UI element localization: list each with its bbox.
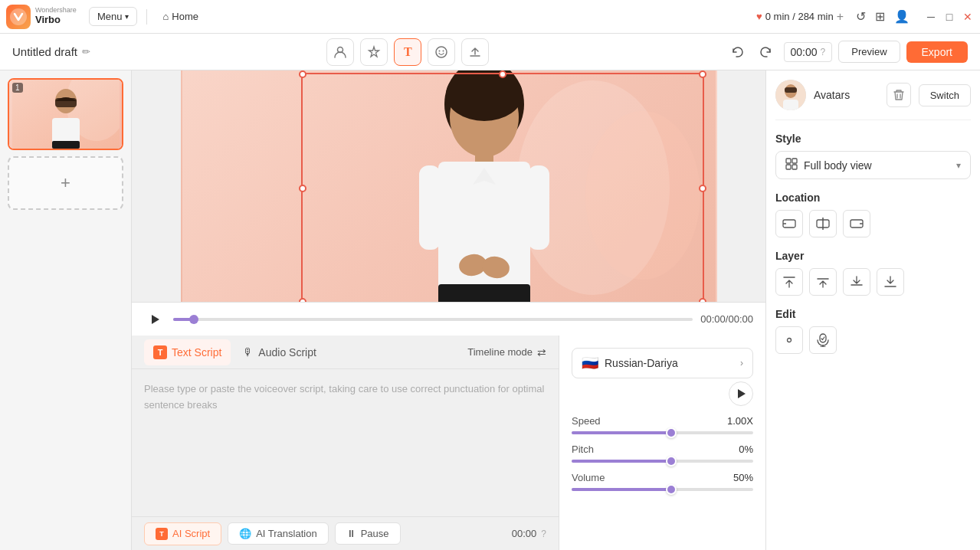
layer-to-bottom-button[interactable]: [877, 268, 904, 296]
style-dropdown[interactable]: Full body view ▾: [775, 151, 971, 179]
delete-avatar-button[interactable]: [887, 83, 911, 107]
tab-text-script[interactable]: T Text Script: [144, 339, 231, 365]
pitch-fill: [572, 460, 671, 463]
menu-label: Menu: [97, 11, 123, 22]
ai-script-button[interactable]: T AI Script: [144, 522, 221, 545]
pitch-slider[interactable]: [572, 460, 753, 463]
timeline-track[interactable]: [173, 318, 693, 321]
menu-chevron-icon: ▾: [125, 12, 129, 21]
ai-translation-label: AI Translation: [256, 528, 317, 539]
volume-control: Volume 50%: [572, 472, 753, 491]
canvas[interactable]: [181, 70, 717, 302]
maximize-button[interactable]: □: [943, 11, 955, 23]
pitch-control: Pitch 0%: [572, 444, 753, 463]
timeline-mode-toggle[interactable]: Timeline mode ⇄: [467, 346, 546, 358]
slide-number-1: 1: [12, 83, 23, 93]
svg-point-41: [788, 339, 792, 342]
svg-rect-27: [786, 159, 791, 163]
svg-rect-29: [786, 165, 791, 169]
text-tool-btn[interactable]: T: [394, 38, 421, 66]
speed-control: Speed 1.00X: [572, 415, 753, 434]
volume-slider[interactable]: [572, 488, 753, 491]
grid-icon[interactable]: ⊞: [875, 9, 885, 24]
pause-icon: ⏸: [346, 528, 356, 539]
svg-point-3: [439, 50, 441, 51]
audio-script-icon: 🎙: [243, 346, 254, 358]
pitch-value: 0%: [739, 444, 753, 455]
voice-preview-button[interactable]: [729, 381, 753, 406]
text-script-editor[interactable]: Please type or paste the voiceover scrip…: [132, 369, 559, 516]
menu-button[interactable]: Menu ▾: [89, 7, 138, 26]
time-counter: 00:00/00:00: [700, 313, 753, 325]
history-icon[interactable]: ↺: [856, 9, 866, 24]
window-controls: ─ □ ✕: [925, 11, 974, 23]
subtitle-bar: Untitled draft ✏ T 00:00 ?: [0, 34, 980, 70]
ai-script-icon: T: [156, 528, 168, 540]
slide-item-1[interactable]: 1: [8, 78, 123, 150]
svg-rect-17: [528, 165, 549, 250]
home-label: Home: [172, 11, 198, 22]
ai-translation-button[interactable]: 🌐 AI Translation: [228, 522, 329, 545]
edit-section-title: Edit: [775, 308, 971, 320]
divider: [146, 9, 147, 25]
edit-title-icon[interactable]: ✏: [82, 46, 90, 57]
avatar-canvas: [396, 70, 572, 302]
timeline-thumb[interactable]: [189, 315, 198, 324]
avatar-tool-btn[interactable]: [326, 38, 354, 66]
layer-down-button[interactable]: [843, 268, 870, 296]
timeline-display: 00:00 ?: [784, 42, 833, 62]
align-center-button[interactable]: [809, 210, 837, 237]
align-left-button[interactable]: [775, 210, 803, 237]
edit-controls: [775, 326, 971, 354]
export-button[interactable]: Export: [906, 41, 968, 63]
pause-button[interactable]: ⏸ Pause: [335, 522, 401, 545]
handle-ml[interactable]: [299, 185, 306, 192]
layer-section: Layer: [775, 250, 971, 296]
preview-button[interactable]: Preview: [838, 41, 900, 63]
sticker-tool-btn[interactable]: [428, 38, 455, 66]
svg-rect-26: [783, 100, 798, 110]
minimize-button[interactable]: ─: [925, 11, 937, 23]
handle-bl[interactable]: [299, 298, 306, 302]
layer-to-top-button[interactable]: [775, 268, 803, 296]
handle-tl[interactable]: [299, 70, 306, 78]
pause-label: Pause: [361, 528, 389, 539]
svg-marker-22: [738, 389, 746, 398]
time-current: 00:00: [700, 313, 726, 325]
subtitle-tools: T: [326, 38, 489, 66]
handle-tr[interactable]: [699, 70, 706, 78]
topbar-icons: ↺ ⊞ 👤: [856, 9, 910, 24]
script-placeholder: Please type or paste the voiceover scrip…: [144, 381, 546, 414]
time-value: 0 min / 284 min: [765, 11, 834, 22]
switch-button[interactable]: Switch: [919, 84, 971, 106]
redo-button[interactable]: [753, 40, 778, 64]
voice-selector[interactable]: 🇷🇺 Russian-Dariya ›: [572, 348, 753, 378]
volume-thumb[interactable]: [666, 484, 677, 495]
speed-header: Speed 1.00X: [572, 415, 753, 427]
edit-appearance-button[interactable]: [775, 326, 803, 354]
effects-tool-btn[interactable]: [360, 38, 388, 66]
volume-value: 50%: [733, 472, 753, 483]
play-button[interactable]: [144, 309, 166, 330]
add-time-icon[interactable]: +: [837, 10, 844, 24]
speed-thumb[interactable]: [666, 427, 677, 438]
home-button[interactable]: ⌂ Home: [156, 8, 205, 25]
close-button[interactable]: ✕: [962, 11, 974, 23]
bottom-area: T Text Script 🎙 Audio Script Timeline mo…: [132, 336, 765, 550]
handle-br[interactable]: [699, 298, 706, 302]
svg-rect-30: [792, 165, 797, 169]
pitch-thumb[interactable]: [666, 456, 677, 467]
undo-button[interactable]: [726, 40, 750, 64]
align-right-button[interactable]: [843, 210, 870, 237]
upload-tool-btn[interactable]: [461, 38, 489, 66]
script-tabs: T Text Script 🎙 Audio Script Timeline mo…: [132, 336, 559, 369]
profile-icon[interactable]: 👤: [894, 9, 910, 24]
speed-slider[interactable]: [572, 431, 753, 434]
svg-rect-16: [419, 165, 441, 250]
tab-audio-script[interactable]: 🎙 Audio Script: [234, 340, 325, 365]
layer-up-button[interactable]: [809, 268, 837, 296]
logo-label: Virbo: [35, 15, 77, 25]
edit-voice-button[interactable]: [809, 326, 837, 354]
voice-chevron-icon: ›: [740, 358, 743, 368]
add-slide-button[interactable]: +: [8, 156, 123, 210]
